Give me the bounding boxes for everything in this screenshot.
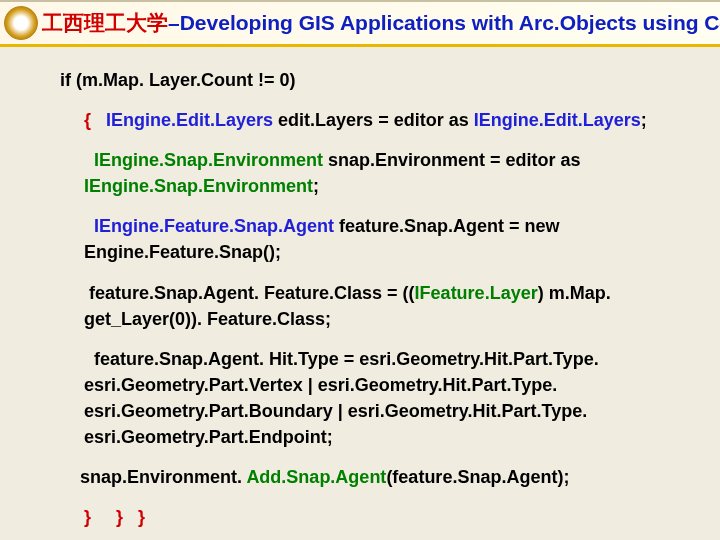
code-text: ();: [263, 242, 281, 262]
close-brace-icon: }: [138, 507, 145, 527]
header-university-name: 工西理工大学: [42, 9, 168, 37]
type-name: IEngine.Edit.Layers: [474, 110, 641, 130]
close-brace-icon: }: [116, 507, 123, 527]
header-course-title: Developing GIS Applications with Arc.Obj…: [180, 11, 720, 35]
code-line-snapenv: IEngine.Snap.Environment snap.Environmen…: [60, 147, 680, 199]
open-brace-icon: {: [84, 110, 91, 130]
university-logo: [4, 6, 38, 40]
code-text: feature.Snap.Agent. Feature.Class = ((: [89, 283, 415, 303]
code-text: feature.Snap.Agent = new: [334, 216, 560, 236]
code-text: edit.Layers = editor as: [273, 110, 474, 130]
code-line-featureclass: feature.Snap.Agent. Feature.Class = ((IF…: [60, 280, 680, 332]
type-name: IEngine.Edit.Layers: [106, 110, 273, 130]
code-line-addsnap: snap.Environment. Add.Snap.Agent(feature…: [60, 464, 680, 490]
code-text: snap.Environment.: [80, 467, 246, 487]
code-line-closebraces: } } }: [60, 504, 680, 530]
code-line-editlayers: { IEngine.Edit.Layers edit.Layers = edit…: [60, 107, 680, 133]
code-text: (feature.Snap.Agent);: [386, 467, 569, 487]
ctor-name: Engine.Feature.Snap: [84, 242, 263, 262]
code-text: ;: [641, 110, 647, 130]
code-line-if: if (m.Map. Layer.Count != 0): [60, 67, 680, 93]
method-name: Add.Snap.Agent: [246, 467, 386, 487]
code-line-hittype: feature.Snap.Agent. Hit.Type = esri.Geom…: [60, 346, 680, 450]
header-dash: –: [168, 11, 180, 35]
code-line-featuresnap: IEngine.Feature.Snap.Agent feature.Snap.…: [60, 213, 680, 265]
type-name: IEngine.Snap.Environment: [94, 150, 323, 170]
close-brace-icon: }: [84, 507, 91, 527]
type-name: IFeature.Layer: [415, 283, 538, 303]
code-text: snap.Environment = editor as: [323, 150, 581, 170]
code-text: ;: [313, 176, 319, 196]
code-text: feature.Snap.Agent. Hit.Type = esri.Geom…: [84, 349, 599, 447]
type-name: IEngine.Snap.Environment: [84, 176, 313, 196]
type-name: IEngine.Feature.Snap.Agent: [94, 216, 334, 236]
code-content: if (m.Map. Layer.Count != 0) { IEngine.E…: [0, 47, 720, 540]
header-bar: 工西理工大学 – Developing GIS Applications wit…: [0, 0, 720, 47]
